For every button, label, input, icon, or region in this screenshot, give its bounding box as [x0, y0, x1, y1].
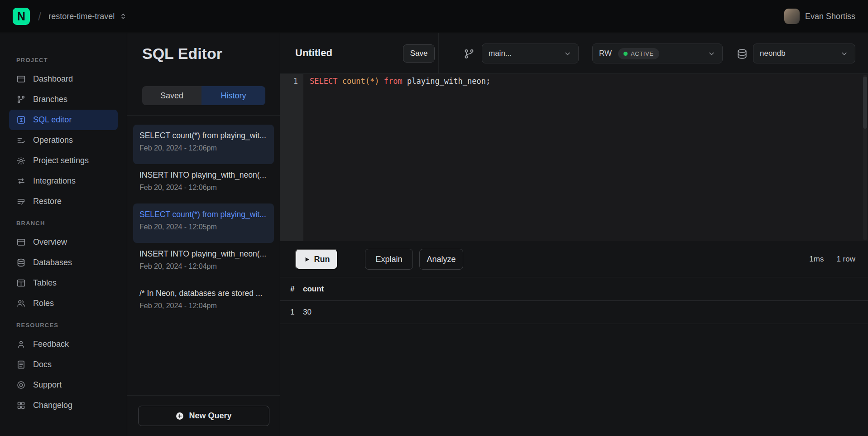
operations-icon: [16, 136, 26, 145]
divider: [438, 33, 439, 73]
branch-select[interactable]: main...: [482, 44, 579, 63]
query-title: Untitled: [295, 47, 332, 59]
play-icon: [303, 256, 310, 263]
sidebar-item-overview[interactable]: Overview: [9, 232, 118, 252]
status-badge: ACTIVE: [618, 48, 659, 59]
sidebar-section-resources: RESOURCES Feedback Docs Support Changelo…: [9, 322, 118, 416]
grid-icon: [16, 401, 26, 410]
sidebar-section-branch: BRANCH Overview Databases Tables Roles: [9, 220, 118, 314]
dashboard-icon: [16, 74, 26, 84]
history-item[interactable]: INSERT INTO playing_with_neon(... Feb 20…: [133, 243, 274, 282]
sidebar-item-label: Feedback: [33, 339, 69, 349]
chevron-down-icon: [563, 49, 572, 58]
sidebar: PROJECT Dashboard Branches SQL editor Op…: [0, 33, 127, 436]
sidebar-item-label: Restore: [33, 197, 62, 206]
results-header-row: # count: [280, 277, 868, 301]
chevron-updown-icon: [119, 12, 127, 20]
sidebar-item-label: Overview: [33, 237, 67, 247]
sql-editor-icon: [16, 115, 26, 125]
database-select[interactable]: neondb: [753, 44, 855, 63]
sql-identifier: playing_with_neon;: [407, 77, 490, 86]
results-cell-index: 1: [280, 308, 303, 317]
history-date: Feb 20, 2024 - 12:06pm: [139, 144, 268, 152]
compute-select-value: RW: [599, 49, 612, 58]
user-menu[interactable]: Evan Shortiss: [784, 9, 855, 24]
avatar: [784, 9, 800, 24]
person-icon: [16, 339, 26, 349]
status-label: ACTIVE: [631, 50, 654, 57]
run-button[interactable]: Run: [295, 249, 338, 270]
project-selector[interactable]: restore-time-travel: [48, 12, 127, 21]
sidebar-item-operations[interactable]: Operations: [9, 130, 118, 150]
plus-circle-icon: [175, 412, 184, 421]
document-icon: [16, 360, 26, 369]
results-col-index: #: [280, 285, 303, 294]
sidebar-item-support[interactable]: Support: [9, 375, 118, 395]
history-item-selected[interactable]: SELECT count(*) from playing_wit... Feb …: [133, 203, 274, 243]
new-query-button[interactable]: New Query: [138, 406, 269, 426]
sidebar-item-label: Branches: [33, 95, 67, 104]
history-date: Feb 20, 2024 - 12:05pm: [139, 223, 268, 231]
section-title: PROJECT: [16, 57, 110, 63]
section-title: BRANCH: [16, 220, 110, 227]
history-item[interactable]: INSERT INTO playing_with_neon(... Feb 20…: [133, 164, 274, 203]
neon-console: N / restore-time-travel Evan Shortiss PR…: [0, 0, 868, 436]
sidebar-item-label: Docs: [33, 360, 52, 369]
history-query: /* In Neon, databases are stored ...: [139, 289, 268, 298]
sidebar-item-feedback[interactable]: Feedback: [9, 334, 118, 354]
table-row: 1 30: [280, 301, 868, 324]
compute-select[interactable]: RW ACTIVE: [592, 44, 723, 63]
explain-button[interactable]: Explain: [365, 249, 413, 270]
integrations-icon: [16, 176, 26, 186]
tab-history[interactable]: History: [201, 86, 265, 105]
main-area: Untitled Save main... RW ACTIVE neondb: [280, 33, 868, 436]
sql-args: (*): [365, 77, 379, 86]
sidebar-item-label: Operations: [33, 136, 73, 145]
sidebar-item-tables[interactable]: Tables: [9, 273, 118, 293]
code-line: SELECT count(*) from playing_with_neon;: [303, 75, 859, 87]
history-query: SELECT count(*) from playing_wit...: [139, 210, 268, 219]
sidebar-item-changelog[interactable]: Changelog: [9, 395, 118, 416]
sql-keyword: from: [379, 77, 407, 86]
branch-select-value: main...: [489, 49, 512, 58]
sidebar-item-databases[interactable]: Databases: [9, 252, 118, 273]
sidebar-item-restore[interactable]: Restore: [9, 191, 118, 212]
results-col-count: count: [303, 285, 324, 294]
active-dot-icon: [623, 52, 628, 56]
table-icon: [16, 278, 26, 288]
sidebar-item-dashboard[interactable]: Dashboard: [9, 69, 118, 89]
history-query: SELECT count(*) from playing_wit...: [139, 131, 268, 140]
sidebar-item-sql-editor[interactable]: SQL editor: [9, 110, 118, 130]
database-select-value: neondb: [760, 49, 786, 58]
overview-icon: [16, 237, 26, 247]
tab-saved[interactable]: Saved: [142, 86, 201, 105]
sidebar-item-branches[interactable]: Branches: [9, 89, 118, 110]
query-duration: 1ms: [809, 255, 824, 264]
section-title: RESOURCES: [16, 322, 110, 329]
database-icon: [16, 258, 26, 267]
code-editor[interactable]: 1 SELECT count(*) from playing_with_neon…: [280, 74, 868, 241]
results-cell-value: 30: [303, 308, 312, 317]
sidebar-item-label: Project settings: [33, 156, 89, 165]
editor-header: Untitled Save main... RW ACTIVE neondb: [280, 33, 868, 74]
sidebar-item-label: Roles: [33, 299, 54, 308]
sidebar-item-roles[interactable]: Roles: [9, 293, 118, 314]
save-button[interactable]: Save: [403, 44, 435, 63]
neon-logo-icon[interactable]: N: [13, 8, 30, 25]
sidebar-section-project: PROJECT Dashboard Branches SQL editor Op…: [9, 57, 118, 212]
editor-scrollbar-thumb[interactable]: [863, 77, 867, 129]
history-date: Feb 20, 2024 - 12:04pm: [139, 302, 268, 310]
sidebar-item-docs[interactable]: Docs: [9, 354, 118, 375]
history-item[interactable]: /* In Neon, databases are stored ... Feb…: [133, 282, 274, 322]
breadcrumb-separator: /: [38, 10, 41, 24]
history-query: INSERT INTO playing_with_neon(...: [139, 170, 268, 180]
lifebuoy-icon: [16, 380, 26, 390]
sidebar-item-integrations[interactable]: Integrations: [9, 171, 118, 191]
editor-scrollbar-track: [863, 75, 867, 240]
history-item[interactable]: SELECT count(*) from playing_wit... Feb …: [133, 125, 274, 164]
sidebar-item-project-settings[interactable]: Project settings: [9, 150, 118, 171]
query-stats: 1ms 1 row: [809, 241, 855, 277]
chevron-down-icon: [840, 49, 849, 58]
restore-icon: [16, 197, 26, 206]
analyze-button[interactable]: Analyze: [419, 249, 463, 270]
